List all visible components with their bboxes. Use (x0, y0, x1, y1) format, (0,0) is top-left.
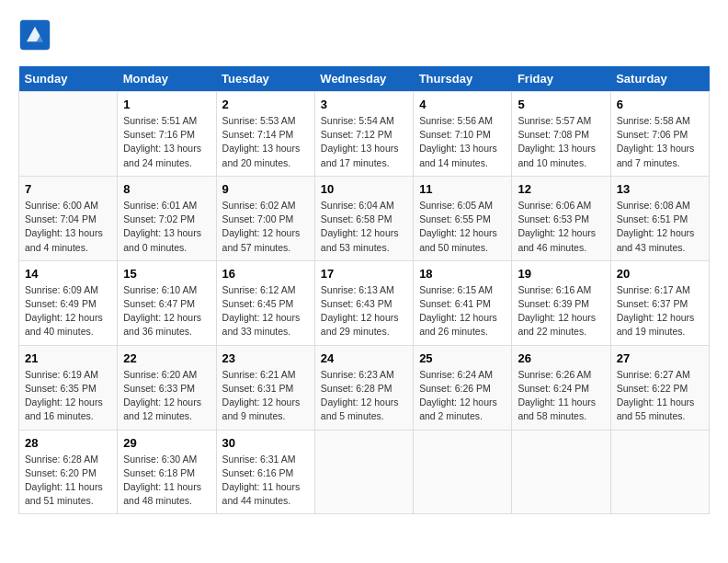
day-info: Sunrise: 5:51 AMSunset: 7:16 PMDaylight:… (123, 114, 210, 170)
calendar-cell: 28Sunrise: 6:28 AMSunset: 6:20 PMDayligh… (19, 430, 118, 514)
day-number: 14 (25, 267, 111, 281)
calendar-body: 1Sunrise: 5:51 AMSunset: 7:16 PMDaylight… (19, 92, 710, 514)
day-info: Sunrise: 6:27 AMSunset: 6:22 PMDaylight:… (617, 368, 703, 424)
logo-icon (18, 18, 51, 52)
weekday-header-sunday: Sunday (19, 66, 118, 92)
day-number: 25 (419, 351, 506, 365)
header-row: SundayMondayTuesdayWednesdayThursdayFrid… (19, 66, 710, 92)
calendar-cell (19, 92, 118, 177)
day-number: 24 (321, 351, 407, 365)
day-number: 16 (222, 267, 309, 281)
calendar-cell: 17Sunrise: 6:13 AMSunset: 6:43 PMDayligh… (314, 260, 413, 345)
calendar-cell: 13Sunrise: 6:08 AMSunset: 6:51 PMDayligh… (610, 176, 709, 260)
day-info: Sunrise: 6:30 AMSunset: 6:18 PMDaylight:… (123, 453, 210, 509)
day-info: Sunrise: 6:09 AMSunset: 6:49 PMDaylight:… (25, 283, 111, 339)
logo (18, 18, 55, 52)
day-info: Sunrise: 6:24 AMSunset: 6:26 PMDaylight:… (419, 368, 506, 424)
day-number: 29 (123, 436, 210, 450)
day-info: Sunrise: 6:05 AMSunset: 6:55 PMDaylight:… (419, 199, 506, 255)
day-number: 5 (518, 98, 604, 111)
day-number: 7 (25, 182, 111, 196)
calendar-cell (512, 430, 610, 514)
day-info: Sunrise: 5:58 AMSunset: 7:06 PMDaylight:… (617, 114, 703, 170)
calendar-cell: 27Sunrise: 6:27 AMSunset: 6:22 PMDayligh… (610, 345, 709, 430)
day-info: Sunrise: 6:08 AMSunset: 6:51 PMDaylight:… (617, 199, 703, 255)
calendar-header: SundayMondayTuesdayWednesdayThursdayFrid… (19, 66, 710, 92)
calendar-cell: 3Sunrise: 5:54 AMSunset: 7:12 PMDaylight… (314, 92, 413, 177)
calendar-cell (414, 430, 512, 514)
calendar-cell: 4Sunrise: 5:56 AMSunset: 7:10 PMDaylight… (414, 92, 512, 177)
calendar-cell: 1Sunrise: 5:51 AMSunset: 7:16 PMDaylight… (118, 92, 216, 177)
day-number: 6 (617, 98, 703, 111)
calendar-cell: 9Sunrise: 6:02 AMSunset: 7:00 PMDaylight… (216, 176, 314, 260)
calendar-cell: 16Sunrise: 6:12 AMSunset: 6:45 PMDayligh… (216, 260, 314, 345)
day-info: Sunrise: 6:20 AMSunset: 6:33 PMDaylight:… (123, 368, 210, 424)
day-number: 15 (123, 267, 210, 281)
day-number: 23 (222, 351, 309, 365)
calendar-week-1: 1Sunrise: 5:51 AMSunset: 7:16 PMDaylight… (19, 92, 710, 177)
weekday-header-wednesday: Wednesday (314, 66, 413, 92)
day-info: Sunrise: 6:15 AMSunset: 6:41 PMDaylight:… (419, 283, 506, 339)
day-info: Sunrise: 6:28 AMSunset: 6:20 PMDaylight:… (25, 453, 111, 509)
calendar-cell: 25Sunrise: 6:24 AMSunset: 6:26 PMDayligh… (414, 345, 512, 430)
calendar-cell: 6Sunrise: 5:58 AMSunset: 7:06 PMDaylight… (610, 92, 709, 177)
day-number: 4 (419, 98, 506, 111)
day-number: 13 (617, 182, 703, 196)
day-number: 12 (518, 182, 604, 196)
day-info: Sunrise: 5:53 AMSunset: 7:14 PMDaylight:… (222, 114, 309, 170)
calendar-cell: 21Sunrise: 6:19 AMSunset: 6:35 PMDayligh… (19, 345, 118, 430)
calendar-week-3: 14Sunrise: 6:09 AMSunset: 6:49 PMDayligh… (19, 260, 710, 345)
day-number: 22 (123, 351, 210, 365)
day-number: 19 (518, 267, 604, 281)
day-number: 10 (321, 182, 407, 196)
day-info: Sunrise: 6:13 AMSunset: 6:43 PMDaylight:… (321, 283, 407, 339)
day-number: 27 (617, 351, 703, 365)
day-number: 17 (321, 267, 407, 281)
calendar-cell: 29Sunrise: 6:30 AMSunset: 6:18 PMDayligh… (118, 430, 216, 514)
calendar-cell: 5Sunrise: 5:57 AMSunset: 7:08 PMDaylight… (512, 92, 610, 177)
calendar-cell: 15Sunrise: 6:10 AMSunset: 6:47 PMDayligh… (118, 260, 216, 345)
day-number: 1 (123, 98, 210, 111)
calendar-cell: 14Sunrise: 6:09 AMSunset: 6:49 PMDayligh… (19, 260, 118, 345)
day-info: Sunrise: 5:54 AMSunset: 7:12 PMDaylight:… (321, 114, 407, 170)
calendar-cell: 7Sunrise: 6:00 AMSunset: 7:04 PMDaylight… (19, 176, 118, 260)
day-info: Sunrise: 6:01 AMSunset: 7:02 PMDaylight:… (123, 199, 210, 255)
day-info: Sunrise: 6:19 AMSunset: 6:35 PMDaylight:… (25, 368, 111, 424)
calendar-cell: 18Sunrise: 6:15 AMSunset: 6:41 PMDayligh… (414, 260, 512, 345)
calendar-table: SundayMondayTuesdayWednesdayThursdayFrid… (18, 66, 710, 514)
day-info: Sunrise: 6:04 AMSunset: 6:58 PMDaylight:… (321, 199, 407, 255)
calendar-cell: 2Sunrise: 5:53 AMSunset: 7:14 PMDaylight… (216, 92, 314, 177)
day-info: Sunrise: 5:56 AMSunset: 7:10 PMDaylight:… (419, 114, 506, 170)
calendar-cell: 23Sunrise: 6:21 AMSunset: 6:31 PMDayligh… (216, 345, 314, 430)
calendar-cell: 12Sunrise: 6:06 AMSunset: 6:53 PMDayligh… (512, 176, 610, 260)
weekday-header-saturday: Saturday (610, 66, 709, 92)
calendar-cell (610, 430, 709, 514)
calendar-cell: 8Sunrise: 6:01 AMSunset: 7:02 PMDaylight… (118, 176, 216, 260)
calendar-cell: 19Sunrise: 6:16 AMSunset: 6:39 PMDayligh… (512, 260, 610, 345)
day-number: 26 (518, 351, 604, 365)
day-number: 30 (222, 436, 309, 450)
page-header (18, 18, 710, 52)
day-info: Sunrise: 6:00 AMSunset: 7:04 PMDaylight:… (25, 199, 111, 255)
day-info: Sunrise: 6:06 AMSunset: 6:53 PMDaylight:… (518, 199, 604, 255)
day-number: 9 (222, 182, 309, 196)
day-info: Sunrise: 6:26 AMSunset: 6:24 PMDaylight:… (518, 368, 604, 424)
weekday-header-friday: Friday (512, 66, 610, 92)
calendar-cell: 20Sunrise: 6:17 AMSunset: 6:37 PMDayligh… (610, 260, 709, 345)
calendar-week-5: 28Sunrise: 6:28 AMSunset: 6:20 PMDayligh… (19, 430, 710, 514)
calendar-week-2: 7Sunrise: 6:00 AMSunset: 7:04 PMDaylight… (19, 176, 710, 260)
day-number: 18 (419, 267, 506, 281)
day-number: 21 (25, 351, 111, 365)
calendar-cell: 10Sunrise: 6:04 AMSunset: 6:58 PMDayligh… (314, 176, 413, 260)
calendar-cell: 30Sunrise: 6:31 AMSunset: 6:16 PMDayligh… (216, 430, 314, 514)
calendar-week-4: 21Sunrise: 6:19 AMSunset: 6:35 PMDayligh… (19, 345, 710, 430)
day-number: 8 (123, 182, 210, 196)
calendar-cell: 11Sunrise: 6:05 AMSunset: 6:55 PMDayligh… (414, 176, 512, 260)
day-info: Sunrise: 6:17 AMSunset: 6:37 PMDaylight:… (617, 283, 703, 339)
calendar-cell: 22Sunrise: 6:20 AMSunset: 6:33 PMDayligh… (118, 345, 216, 430)
day-number: 20 (617, 267, 703, 281)
day-info: Sunrise: 6:31 AMSunset: 6:16 PMDaylight:… (222, 453, 309, 509)
day-info: Sunrise: 6:10 AMSunset: 6:47 PMDaylight:… (123, 283, 210, 339)
day-info: Sunrise: 6:16 AMSunset: 6:39 PMDaylight:… (518, 283, 604, 339)
day-info: Sunrise: 6:12 AMSunset: 6:45 PMDaylight:… (222, 283, 309, 339)
